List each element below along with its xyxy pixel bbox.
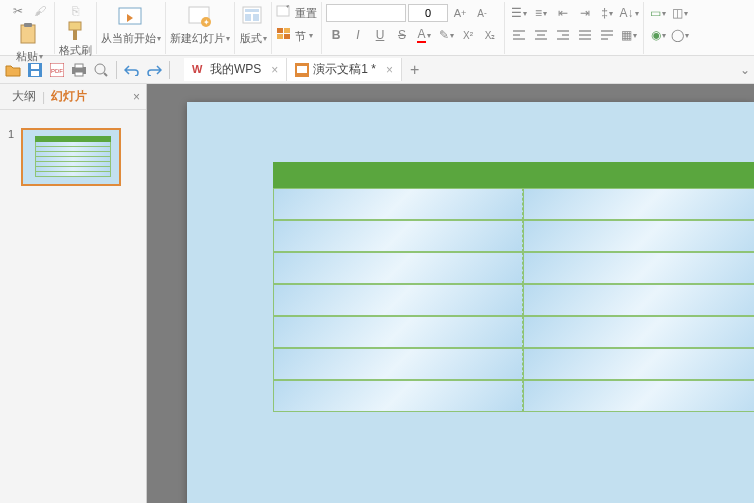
layout-button[interactable] bbox=[239, 2, 267, 30]
section-button[interactable]: 节▾ bbox=[276, 27, 313, 44]
bullets-button[interactable]: ☰▾ bbox=[509, 4, 529, 22]
table-header-row[interactable] bbox=[273, 162, 754, 188]
distribute-button[interactable] bbox=[597, 26, 617, 44]
table-cell[interactable] bbox=[273, 220, 523, 252]
columns-icon: ▦ bbox=[621, 28, 632, 42]
print-button[interactable] bbox=[70, 61, 88, 79]
svg-rect-2 bbox=[69, 22, 81, 30]
slide-canvas[interactable] bbox=[147, 84, 754, 503]
close-panel-icon[interactable]: × bbox=[133, 90, 140, 104]
table-row[interactable] bbox=[273, 284, 754, 316]
table-cell[interactable] bbox=[273, 188, 523, 220]
slide[interactable] bbox=[187, 102, 754, 503]
svg-rect-16 bbox=[277, 34, 283, 39]
svg-rect-1 bbox=[24, 23, 32, 27]
underline-button[interactable]: U bbox=[370, 26, 390, 44]
align-justify-button[interactable] bbox=[575, 26, 595, 44]
text-direction-button[interactable]: A↓▾ bbox=[619, 4, 639, 22]
highlight-button[interactable]: ✎▾ bbox=[436, 26, 456, 44]
outline-icon: ◯ bbox=[671, 28, 684, 42]
table-cell[interactable] bbox=[523, 316, 754, 348]
table-cell[interactable] bbox=[273, 316, 523, 348]
table-row[interactable] bbox=[273, 316, 754, 348]
layout-label: 版式 bbox=[240, 31, 262, 46]
svg-rect-44 bbox=[297, 66, 307, 73]
drawing-group: ▭▾ ◫▾ ◉▾ ◯▾ bbox=[644, 2, 694, 54]
close-icon[interactable]: × bbox=[386, 63, 393, 77]
font-size-input[interactable] bbox=[408, 4, 448, 22]
scissors-icon: ✂ bbox=[13, 4, 23, 18]
shape-outline-button[interactable]: ◯▾ bbox=[670, 26, 690, 44]
reset-icon bbox=[276, 4, 292, 21]
table-cell[interactable] bbox=[523, 284, 754, 316]
columns-button[interactable]: ▦▾ bbox=[619, 26, 639, 44]
table-cell[interactable] bbox=[523, 188, 754, 220]
undo-button[interactable] bbox=[123, 61, 141, 79]
paste-button[interactable] bbox=[15, 20, 43, 48]
superscript-button[interactable]: X² bbox=[458, 26, 478, 44]
tab-label: 演示文稿1 * bbox=[313, 61, 376, 78]
table-row[interactable] bbox=[273, 220, 754, 252]
tab-slides[interactable]: 幻灯片 bbox=[45, 86, 93, 107]
numbering-button[interactable]: ≡▾ bbox=[531, 4, 551, 22]
format-painter-group: ⎘ 格式刷 bbox=[55, 2, 97, 54]
add-tab-button[interactable]: + bbox=[402, 61, 427, 79]
table-cell[interactable] bbox=[273, 252, 523, 284]
font-family-select[interactable] bbox=[326, 4, 406, 22]
increase-font-button[interactable]: A+ bbox=[450, 4, 470, 22]
table-cell[interactable] bbox=[523, 380, 754, 412]
decrease-font-button[interactable]: A- bbox=[472, 4, 492, 22]
save-button[interactable] bbox=[26, 61, 44, 79]
italic-button[interactable]: I bbox=[348, 26, 368, 44]
increase-indent-button[interactable]: ⇥ bbox=[575, 4, 595, 22]
table-cell[interactable] bbox=[523, 348, 754, 380]
export-pdf-button[interactable]: PDF bbox=[48, 61, 66, 79]
slide-table[interactable] bbox=[273, 162, 754, 412]
open-button[interactable] bbox=[4, 61, 22, 79]
new-slide-button[interactable]: ✦ bbox=[186, 2, 214, 30]
table-row[interactable] bbox=[273, 348, 754, 380]
close-icon[interactable]: × bbox=[271, 63, 278, 77]
tab-presentation[interactable]: 演示文稿1 * × bbox=[287, 58, 402, 81]
format-painter-small[interactable]: 🖌 bbox=[30, 2, 50, 20]
tab-label: 我的WPS bbox=[210, 61, 261, 78]
table-row[interactable] bbox=[273, 188, 754, 220]
from-current-button[interactable] bbox=[117, 2, 145, 30]
table-cell[interactable] bbox=[523, 220, 754, 252]
copy-button[interactable]: ⎘ bbox=[66, 2, 86, 20]
svg-rect-10 bbox=[245, 9, 259, 12]
svg-rect-34 bbox=[31, 64, 39, 69]
table-cell[interactable] bbox=[523, 252, 754, 284]
slide-thumbnail-1[interactable]: 1 bbox=[8, 128, 138, 189]
redo-button[interactable] bbox=[145, 61, 163, 79]
shape-fill-button[interactable]: ◉▾ bbox=[648, 26, 668, 44]
svg-rect-15 bbox=[284, 28, 290, 33]
insert-image-button[interactable]: ▭▾ bbox=[648, 4, 668, 22]
align-center-button[interactable] bbox=[531, 26, 551, 44]
clipboard-icon bbox=[15, 20, 43, 48]
bold-button[interactable]: B bbox=[326, 26, 346, 44]
from-current-label: 从当前开始 bbox=[101, 31, 156, 46]
table-cell[interactable] bbox=[273, 284, 523, 316]
svg-line-42 bbox=[104, 73, 107, 76]
table-cell[interactable] bbox=[273, 380, 523, 412]
cut-button[interactable]: ✂ bbox=[8, 2, 28, 20]
reset-button[interactable]: 重置 bbox=[276, 4, 317, 21]
table-row[interactable] bbox=[273, 252, 754, 284]
shapes-button[interactable]: ◫▾ bbox=[670, 4, 690, 22]
table-cell[interactable] bbox=[273, 348, 523, 380]
strike-button[interactable]: S bbox=[392, 26, 412, 44]
subscript-button[interactable]: X₂ bbox=[480, 26, 500, 44]
font-color-button[interactable]: A▾ bbox=[414, 26, 434, 44]
print-preview-button[interactable] bbox=[92, 61, 110, 79]
collapse-ribbon-icon[interactable]: ⌄ bbox=[740, 63, 750, 77]
svg-text:✦: ✦ bbox=[203, 18, 210, 27]
format-painter-button[interactable] bbox=[62, 20, 90, 42]
decrease-indent-button[interactable]: ⇤ bbox=[553, 4, 573, 22]
align-left-button[interactable] bbox=[509, 26, 529, 44]
align-right-button[interactable] bbox=[553, 26, 573, 44]
tab-outline[interactable]: 大纲 bbox=[6, 86, 42, 107]
line-spacing-button[interactable]: ‡▾ bbox=[597, 4, 617, 22]
table-row[interactable] bbox=[273, 380, 754, 412]
tab-my-wps[interactable]: W 我的WPS × bbox=[184, 58, 287, 81]
